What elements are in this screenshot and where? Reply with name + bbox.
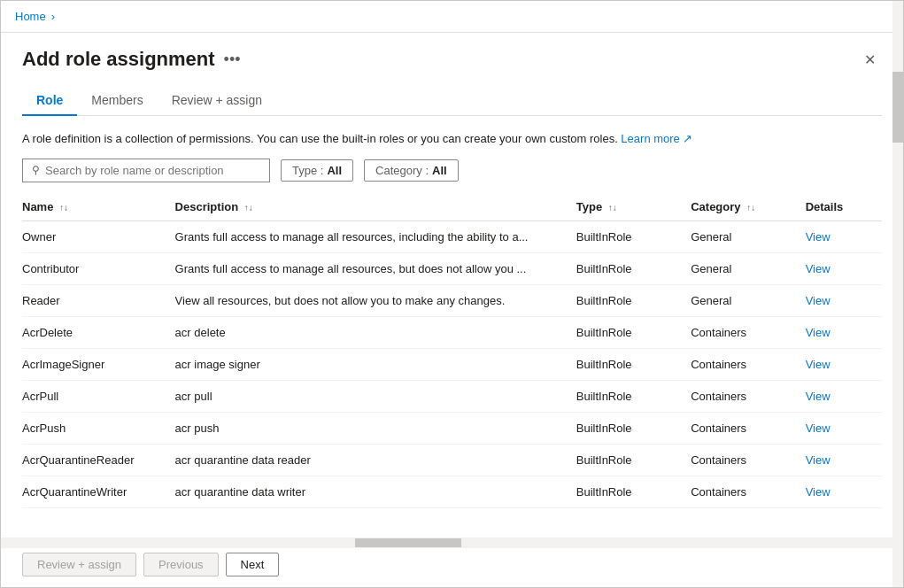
- table-row[interactable]: ContributorGrants full access to manage …: [22, 252, 882, 284]
- tabs-container: Role Members Review + assign: [22, 86, 882, 116]
- cell-type: BuiltInRole: [576, 412, 691, 444]
- title-row: Add role assignment ••• ✕: [22, 47, 882, 72]
- page-title: Add role assignment: [22, 48, 215, 71]
- vertical-scrollbar[interactable]: [892, 1, 903, 587]
- table-row[interactable]: AcrImageSigneracr image signerBuiltInRol…: [22, 348, 882, 380]
- cell-description: View all resources, but does not allow y…: [175, 284, 576, 316]
- category-sort-icon: ↑↓: [746, 203, 755, 213]
- cell-category: Containers: [691, 348, 805, 380]
- table-row[interactable]: AcrQuarantineWriteracr quarantine data w…: [22, 476, 882, 507]
- col-header-description[interactable]: Description ↑↓: [175, 193, 576, 221]
- review-assign-button: Review + assign: [22, 553, 136, 576]
- view-link[interactable]: View: [806, 390, 831, 403]
- horizontal-scrollbar[interactable]: [1, 538, 892, 548]
- view-link[interactable]: View: [806, 453, 831, 467]
- cell-description: acr quarantine data reader: [175, 444, 576, 476]
- col-header-name[interactable]: Name ↑↓: [22, 193, 175, 221]
- cell-description: acr image signer: [175, 348, 576, 380]
- cell-category: Containers: [691, 444, 805, 476]
- table-row[interactable]: OwnerGrants full access to manage all re…: [22, 220, 882, 252]
- table-row[interactable]: AcrQuarantineReaderacr quarantine data r…: [22, 444, 882, 476]
- roles-table: Name ↑↓ Description ↑↓ Type ↑↓ Category …: [22, 193, 882, 508]
- breadcrumb: Home ›: [15, 10, 55, 23]
- description-text: A role definition is a collection of per…: [22, 130, 882, 148]
- col-header-type[interactable]: Type ↑↓: [576, 193, 691, 221]
- breadcrumb-separator: ›: [51, 10, 55, 23]
- type-filter[interactable]: Type : All: [281, 159, 353, 182]
- view-link[interactable]: View: [806, 485, 831, 499]
- col-header-details: Details: [806, 193, 882, 221]
- cell-details[interactable]: View: [806, 476, 882, 507]
- cell-category: Containers: [691, 316, 805, 348]
- cell-category: Containers: [691, 380, 805, 412]
- cell-category: Containers: [691, 476, 805, 507]
- cell-description: acr pull: [175, 380, 576, 412]
- cell-name: Owner: [22, 220, 175, 252]
- table-header: Name ↑↓ Description ↑↓ Type ↑↓ Category …: [22, 193, 882, 221]
- description-section: A role definition is a collection of per…: [1, 116, 903, 159]
- top-bar: Home ›: [1, 1, 903, 33]
- view-link[interactable]: View: [806, 294, 831, 307]
- category-filter[interactable]: Category : All: [364, 159, 459, 182]
- cell-description: acr delete: [175, 316, 576, 348]
- tab-review-assign[interactable]: Review + assign: [158, 86, 276, 116]
- cell-details[interactable]: View: [806, 412, 882, 444]
- table-row[interactable]: AcrPushacr pushBuiltInRoleContainersView: [22, 412, 882, 444]
- cell-details[interactable]: View: [806, 348, 882, 380]
- type-filter-label: Type :: [292, 164, 323, 177]
- category-filter-label: Category :: [375, 164, 429, 177]
- view-link[interactable]: View: [806, 358, 831, 371]
- cell-name: Contributor: [22, 252, 175, 284]
- category-filter-value: All: [432, 164, 447, 177]
- table-row[interactable]: ReaderView all resources, but does not a…: [22, 284, 882, 316]
- cell-details[interactable]: View: [806, 316, 882, 348]
- tab-members[interactable]: Members: [77, 86, 157, 116]
- cell-description: acr push: [175, 412, 576, 444]
- learn-more-link[interactable]: Learn more ↗: [621, 132, 692, 145]
- view-link[interactable]: View: [806, 262, 831, 275]
- tab-role[interactable]: Role: [22, 86, 77, 116]
- cell-name: Reader: [22, 284, 175, 316]
- cell-details[interactable]: View: [806, 220, 882, 252]
- cell-name: AcrQuarantineWriter: [22, 476, 175, 507]
- type-filter-value: All: [327, 164, 342, 177]
- cell-description: acr quarantine data writer: [175, 476, 576, 507]
- search-input[interactable]: [45, 164, 260, 177]
- h-scrollbar-thumb[interactable]: [355, 538, 461, 547]
- table-row[interactable]: AcrDeleteacr deleteBuiltInRoleContainers…: [22, 316, 882, 348]
- previous-button: Previous: [143, 553, 219, 576]
- cell-name: AcrDelete: [22, 316, 175, 348]
- cell-name: AcrPush: [22, 412, 175, 444]
- cell-description: Grants full access to manage all resourc…: [175, 252, 576, 284]
- cell-details[interactable]: View: [806, 380, 882, 412]
- breadcrumb-home[interactable]: Home: [15, 10, 46, 23]
- cell-details[interactable]: View: [806, 284, 882, 316]
- col-header-category[interactable]: Category ↑↓: [691, 193, 805, 221]
- cell-category: General: [691, 252, 805, 284]
- more-options-icon[interactable]: •••: [224, 50, 241, 69]
- cell-name: AcrQuarantineReader: [22, 444, 175, 476]
- cell-type: BuiltInRole: [576, 348, 691, 380]
- roles-table-container: Name ↑↓ Description ↑↓ Type ↑↓ Category …: [1, 193, 903, 542]
- cell-details[interactable]: View: [806, 444, 882, 476]
- cell-category: General: [691, 284, 805, 316]
- cell-type: BuiltInRole: [576, 380, 691, 412]
- view-link[interactable]: View: [806, 422, 831, 435]
- search-icon: ⚲: [32, 164, 40, 176]
- next-button[interactable]: Next: [226, 553, 280, 576]
- main-window: Home › Add role assignment ••• ✕ Role Me…: [0, 0, 904, 588]
- search-box[interactable]: ⚲: [22, 159, 270, 182]
- cell-name: AcrPull: [22, 380, 175, 412]
- view-link[interactable]: View: [806, 326, 831, 339]
- cell-name: AcrImageSigner: [22, 348, 175, 380]
- close-button[interactable]: ✕: [857, 47, 882, 72]
- cell-description: Grants full access to manage all resourc…: [175, 220, 576, 252]
- cell-details[interactable]: View: [806, 252, 882, 284]
- table-row[interactable]: AcrPullacr pullBuiltInRoleContainersView: [22, 380, 882, 412]
- cell-type: BuiltInRole: [576, 252, 691, 284]
- filters-row: ⚲ Type : All Category : All: [1, 159, 903, 193]
- scrollbar-thumb[interactable]: [892, 72, 903, 143]
- main-content: Add role assignment ••• ✕ Role Members R…: [1, 33, 903, 541]
- name-sort-icon: ↑↓: [59, 203, 68, 213]
- view-link[interactable]: View: [806, 230, 831, 244]
